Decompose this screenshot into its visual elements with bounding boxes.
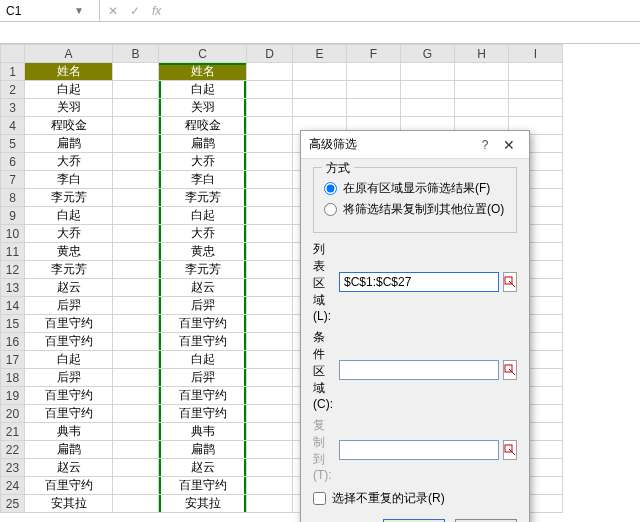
cell[interactable]: 白起 [25,207,113,225]
fx-icon[interactable]: fx [152,4,161,18]
cell[interactable] [247,369,293,387]
cell[interactable] [113,171,159,189]
cell[interactable]: 李白 [25,171,113,189]
cell[interactable]: 李元芳 [159,261,247,279]
cancel-icon[interactable]: ✕ [108,4,118,18]
row-header[interactable]: 2 [1,81,25,99]
cell[interactable]: 百里守约 [159,387,247,405]
cell[interactable]: 赵云 [159,279,247,297]
cell[interactable]: 百里守约 [25,405,113,423]
cell[interactable] [401,63,455,81]
col-header-B[interactable]: B [113,45,159,63]
list-range-input[interactable] [339,272,499,292]
cell[interactable] [113,351,159,369]
col-header-D[interactable]: D [247,45,293,63]
cell[interactable] [247,81,293,99]
criteria-range-picker-icon[interactable] [503,360,517,380]
cell[interactable]: 扁鹊 [159,441,247,459]
cell[interactable] [455,81,509,99]
row-header[interactable]: 5 [1,135,25,153]
cell[interactable]: 大乔 [25,153,113,171]
cell[interactable]: 后羿 [25,297,113,315]
cell[interactable] [247,441,293,459]
cell[interactable] [455,99,509,117]
cell[interactable] [113,279,159,297]
cell[interactable]: 赵云 [25,459,113,477]
row-header[interactable]: 13 [1,279,25,297]
cell[interactable] [247,135,293,153]
col-header-E[interactable]: E [293,45,347,63]
cell[interactable] [113,135,159,153]
enter-icon[interactable]: ✓ [130,4,140,18]
cell[interactable]: 白起 [159,81,247,99]
row-header[interactable]: 24 [1,477,25,495]
cell[interactable] [293,81,347,99]
row-header[interactable]: 1 [1,63,25,81]
row-header[interactable]: 6 [1,153,25,171]
cell[interactable] [113,153,159,171]
col-header-C[interactable]: C [159,45,247,63]
row-header[interactable]: 3 [1,99,25,117]
row-header[interactable]: 17 [1,351,25,369]
cell[interactable] [347,81,401,99]
cell[interactable] [113,63,159,81]
unique-checkbox-row[interactable]: 选择不重复的记录(R) [313,490,517,507]
cell[interactable]: 百里守约 [159,477,247,495]
cell[interactable]: 赵云 [159,459,247,477]
row-header[interactable]: 23 [1,459,25,477]
cell[interactable] [113,99,159,117]
cell[interactable] [247,63,293,81]
cell[interactable]: 李白 [159,171,247,189]
cell[interactable]: 后羿 [159,297,247,315]
cell[interactable] [113,405,159,423]
cell[interactable] [113,81,159,99]
select-all-corner[interactable] [1,45,25,63]
col-header-F[interactable]: F [347,45,401,63]
cell[interactable] [247,189,293,207]
row-header[interactable]: 8 [1,189,25,207]
cell[interactable]: 大乔 [25,225,113,243]
cell[interactable]: 白起 [159,207,247,225]
cell[interactable] [113,117,159,135]
row-header[interactable]: 12 [1,261,25,279]
row-header[interactable]: 7 [1,171,25,189]
cell[interactable]: 扁鹊 [25,135,113,153]
col-header-A[interactable]: A [25,45,113,63]
close-icon[interactable]: ✕ [497,137,521,153]
cell[interactable] [247,423,293,441]
cell[interactable] [509,81,563,99]
cell[interactable] [247,261,293,279]
name-box[interactable]: ▼ [0,0,100,21]
radio-filter-in-place[interactable]: 在原有区域显示筛选结果(F) [324,180,506,197]
cell[interactable] [113,441,159,459]
cell[interactable]: 关羽 [25,99,113,117]
help-icon[interactable]: ? [473,138,497,152]
cell[interactable] [247,459,293,477]
col-header-G[interactable]: G [401,45,455,63]
cell[interactable]: 姓名 [159,63,247,81]
row-header[interactable]: 4 [1,117,25,135]
cell[interactable]: 安其拉 [25,495,113,513]
cell[interactable]: 扁鹊 [159,135,247,153]
row-header[interactable]: 18 [1,369,25,387]
cell[interactable] [113,225,159,243]
cell[interactable] [247,387,293,405]
cell[interactable]: 安其拉 [159,495,247,513]
cell[interactable]: 白起 [25,81,113,99]
cell[interactable] [247,243,293,261]
cell[interactable] [247,315,293,333]
cell[interactable]: 百里守约 [25,333,113,351]
cell[interactable] [113,369,159,387]
cell[interactable] [401,99,455,117]
name-box-input[interactable] [0,4,70,18]
cell[interactable]: 黄忠 [159,243,247,261]
cell[interactable] [247,477,293,495]
cell[interactable] [113,459,159,477]
cell[interactable]: 程咬金 [25,117,113,135]
cell[interactable]: 典韦 [25,423,113,441]
row-header[interactable]: 25 [1,495,25,513]
cell[interactable] [455,63,509,81]
cell[interactable]: 百里守约 [25,315,113,333]
cell[interactable]: 百里守约 [25,477,113,495]
cell[interactable] [113,243,159,261]
